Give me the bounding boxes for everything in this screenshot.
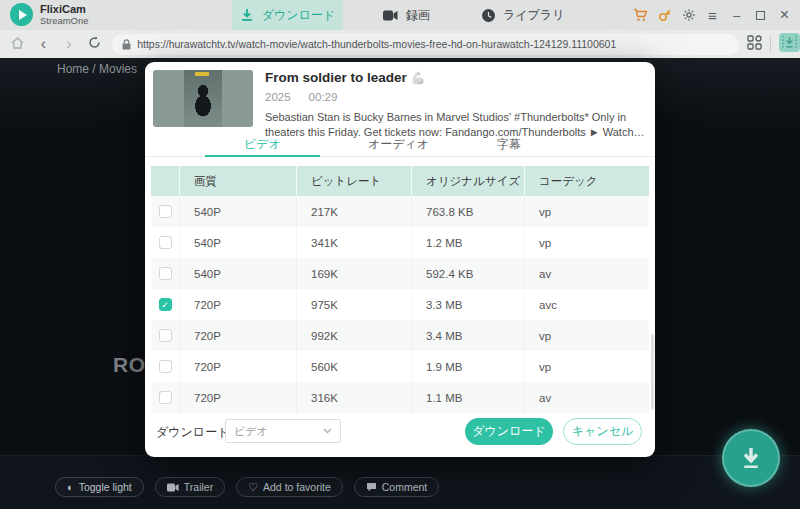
cell-bitrate: 341K [296,227,411,258]
tab-library[interactable]: ライブラリ [482,0,564,30]
cell-size: 1.9 MB [411,351,524,382]
cell-codec: vp [524,196,649,227]
table-scrollbar[interactable] [651,334,654,410]
floating-download-button[interactable] [722,429,780,487]
row-checkbox[interactable]: ✓ [159,267,172,280]
cell-size: 3.3 MB [411,289,524,320]
table-row[interactable]: ✓ 540P 169K 592.4 KB av [151,258,649,289]
movie-title-clipped: RO [113,353,146,377]
table-row[interactable]: ✓ 720P 316K 1.1 MB av [151,382,649,413]
cell-size: 763.8 KB [411,196,524,227]
key-icon[interactable] [657,8,672,23]
video-camera-icon [383,10,398,21]
cell-bitrate: 975K [296,289,411,320]
grid-apps-icon[interactable] [747,35,762,54]
video-description: Sebastian Stan is Bucky Barnes in Marvel… [265,110,649,139]
cell-quality: 720P [179,351,296,382]
header-codec: コーデック [524,166,649,196]
video-download-panel-icon[interactable] [779,33,800,56]
cell-size: 1.1 MB [411,382,524,413]
dialog-footer: ダウンロード: ビデオ ダウンロード キャンセル [145,415,655,445]
url-text: https://hurawatchtv.tv/watch-movie/watch… [137,38,616,50]
cell-bitrate: 169K [296,258,411,289]
cell-quality: 540P [179,258,296,289]
cart-icon[interactable] [633,8,648,23]
download-button[interactable]: ダウンロード [465,418,553,445]
comment-icon [366,482,377,492]
titlebar: FlixiCam StreamOne ダウンロード 録画 ライブラリ [0,0,800,30]
table-row[interactable]: ✓ 540P 341K 1.2 MB vp [151,227,649,258]
video-year: 2025 [265,91,291,103]
quality-table: 画質 ビットレート オリジナルサイズ コーデック ✓ 540P 217K 763… [151,166,649,413]
add-to-favorite-button[interactable]: ♡ Add to favorite [236,477,343,497]
comment-button[interactable]: Comment [354,477,440,497]
table-row[interactable]: ✓ 720P 560K 1.9 MB vp [151,351,649,382]
row-checkbox[interactable]: ✓ [159,391,172,404]
video-duration: 00:29 [309,91,338,103]
cancel-button[interactable]: キャンセル [563,418,642,445]
video-meta: 2025 00:29 [265,91,649,103]
refresh-icon[interactable] [87,36,103,52]
header-size: オリジナルサイズ [411,166,524,196]
row-checkbox[interactable]: ✓ [159,298,172,311]
trailer-camera-icon [167,483,179,492]
tab-audio[interactable]: オーディオ [341,136,456,157]
tab-video[interactable]: ビデオ [205,136,320,157]
tab-download[interactable]: ダウンロード [232,0,343,30]
table-row[interactable]: ✓ 540P 217K 763.8 KB vp [151,196,649,227]
home-icon[interactable] [10,36,26,52]
row-checkbox[interactable]: ✓ [159,360,172,373]
download-type-select[interactable]: ビデオ [225,419,341,443]
row-checkbox[interactable]: ✓ [159,236,172,249]
brand-name: FlixiCam [40,4,89,15]
page-actions: ◐ Toggle light Trailer ♡ Add to favorite… [55,477,439,497]
cell-codec: av [524,382,649,413]
maximize-icon[interactable] [753,8,768,23]
download-dialog: From soldier to leader 💪 2025 00:29 Seba… [145,62,655,457]
menu-icon[interactable]: ≡ [705,8,720,23]
gear-icon[interactable] [681,8,696,23]
table-row[interactable]: ✓ 720P 975K 3.3 MB avc [151,289,649,320]
close-icon[interactable]: × [777,8,792,23]
download-type-label: ダウンロード: [156,424,233,441]
cell-codec: av [524,258,649,289]
cell-bitrate: 560K [296,351,411,382]
tab-download-label: ダウンロード [262,7,335,24]
brand-product: StreamOne [40,15,89,26]
table-header: 画質 ビットレート オリジナルサイズ コーデック [151,166,649,196]
tab-subtitle[interactable]: 字幕 [451,136,566,157]
cell-codec: vp [524,320,649,351]
header-quality: 画質 [179,166,296,196]
cell-quality: 720P [179,289,296,320]
download-icon [738,445,764,471]
row-checkbox[interactable]: ✓ [159,329,172,342]
toggle-light-button[interactable]: ◐ Toggle light [55,477,144,497]
cell-codec: vp [524,227,649,258]
table-row[interactable]: ✓ 720P 992K 3.4 MB vp [151,320,649,351]
forward-icon[interactable]: › [61,35,77,53]
heart-icon: ♡ [248,482,258,493]
cell-bitrate: 316K [296,382,411,413]
cell-quality: 720P [179,320,296,351]
tab-library-label: ライブラリ [503,7,564,24]
divider [770,36,771,52]
minimize-icon[interactable]: – [729,8,744,23]
row-checkbox[interactable]: ✓ [159,205,172,218]
brand: FlixiCam StreamOne [10,3,89,26]
half-moon-icon: ◐ [67,482,74,493]
clock-icon [482,9,495,22]
back-icon[interactable]: ‹ [36,35,52,53]
cell-codec: avc [524,289,649,320]
trailer-button[interactable]: Trailer [155,477,225,497]
breadcrumb[interactable]: Home / Movies [57,62,137,76]
url-bar[interactable]: https://hurawatchtv.tv/watch-movie/watch… [112,34,739,55]
cell-size: 3.4 MB [411,320,524,351]
app-window: FlixiCam StreamOne ダウンロード 録画 ライブラリ [0,0,800,509]
header-bitrate: ビットレート [296,166,411,196]
cell-codec: vp [524,351,649,382]
tab-record-label: 録画 [406,7,430,24]
cell-quality: 540P [179,196,296,227]
cell-bitrate: 992K [296,320,411,351]
cell-bitrate: 217K [296,196,411,227]
tab-record[interactable]: 録画 [383,0,430,30]
